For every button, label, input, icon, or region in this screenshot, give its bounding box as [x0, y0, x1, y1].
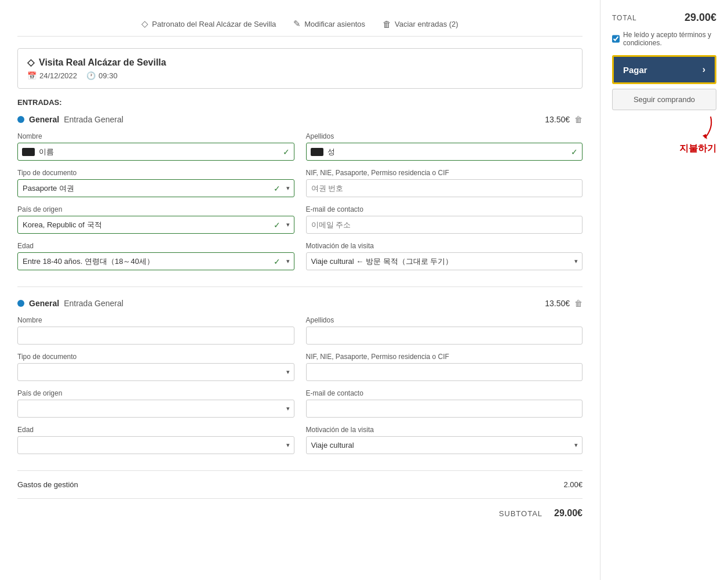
ticket1-apellidos-group: Apellidos ✓	[306, 132, 583, 161]
diamond-icon: ◇	[141, 19, 148, 29]
ticket1-email-wrapper	[306, 216, 583, 234]
ticket1-delete-icon[interactable]: 🗑	[574, 115, 583, 124]
ticket1-nif-wrapper	[306, 179, 583, 197]
calendar-icon: 📅	[27, 71, 37, 80]
trash-nav-icon: 🗑	[383, 19, 391, 29]
ticket1-edad-select[interactable]: Entre 18-40 años. 연령대（18～40세）	[17, 252, 294, 270]
ticket2-apellidos-input[interactable]	[306, 327, 583, 345]
ticket1-edad-group: Edad Entre 18-40 años. 연령대（18～40세） ✓ ▾	[17, 242, 294, 270]
terms-text: He leído y acepto términos y condiciones…	[623, 31, 716, 47]
ticket2-name: General	[29, 299, 59, 308]
ticket1-apellidos-wrapper: ✓	[306, 143, 583, 161]
pagar-chevron-icon: ›	[702, 64, 705, 75]
ticket2-pais-label: País de origen	[17, 389, 294, 397]
ticket1-pais-check: ✓	[274, 220, 281, 230]
pagar-button[interactable]: Pagar ›	[612, 55, 716, 84]
seguir-comprando-button[interactable]: Seguir comprando	[612, 89, 716, 110]
ticket1-nif-input[interactable]	[306, 179, 583, 197]
ticket2-email-label: E-mail de contacto	[306, 389, 583, 397]
ticket1-motivacion-select[interactable]: Viaje cultural ← 방문 목적（그대로 두기）	[306, 252, 583, 270]
ticket2-tipodoc-label: Tipo de documento	[17, 353, 294, 361]
ticket1-form: Nombre ✓ Apellidos ✓	[17, 132, 583, 270]
ticket1-email-input[interactable]	[306, 216, 583, 234]
ticket1-apellidos-label: Apellidos	[306, 132, 583, 140]
top-navigation: ◇ Patronato del Real Alcázar de Sevilla …	[17, 12, 583, 37]
ticket2-nif-input[interactable]	[306, 363, 583, 381]
ticket2-tipodoc-wrapper: ▾	[17, 363, 294, 381]
event-date: 📅 24/12/2022	[27, 71, 77, 80]
ticket2-nif-label: NIF, NIE, Pasaporte, Permiso residencia …	[306, 353, 583, 361]
ticket1-edad-label: Edad	[17, 242, 294, 250]
seguir-label: Seguir comprando	[634, 95, 695, 104]
vaciar-nav-item[interactable]: 🗑 Vaciar entradas (2)	[383, 19, 458, 29]
ticket2-apellidos-group: Apellidos	[306, 316, 583, 345]
event-time-value: 09:30	[99, 71, 118, 80]
ticket1-nombre-label: Nombre	[17, 132, 294, 140]
subtotal-label: SUBTOTAL	[499, 509, 543, 518]
sidebar-total-row: TOTAL 29.00€	[612, 12, 716, 24]
ticket2-tipodoc-select[interactable]	[17, 363, 294, 381]
ticket1-tipodoc-check: ✓	[274, 184, 281, 193]
gastos-value: 2.00€	[563, 480, 583, 489]
event-diamond-icon: ◇	[27, 57, 34, 68]
ticket1-nif-label: NIF, NIE, Pasaporte, Permiso residencia …	[306, 169, 583, 177]
subtotal-value: 29.00€	[554, 508, 583, 519]
patronato-label: Patronato del Real Alcázar de Sevilla	[152, 20, 276, 28]
event-title-row: ◇ Visita Real Alcázar de Sevilla	[27, 57, 573, 68]
ticket1-email-label: E-mail de contacto	[306, 205, 583, 213]
ticket-block-2: General Entrada General 13.50€ 🗑 Nombre	[17, 299, 583, 454]
terms-row: He leído y acepto términos y condiciones…	[612, 31, 716, 47]
ticket2-delete-icon[interactable]: 🗑	[574, 299, 583, 308]
ticket2-subtitle: Entrada General	[64, 299, 123, 308]
ticket1-apellidos-input[interactable]	[306, 143, 583, 161]
pagar-label: Pagar	[623, 65, 647, 75]
annotation-wrapper: 지불하기	[612, 114, 716, 155]
event-date-value: 24/12/2022	[39, 71, 77, 80]
ticket2-edad-select[interactable]	[17, 436, 294, 454]
ticket1-motivacion-group: Motivación de la visita Viaje cultural ←…	[306, 242, 583, 270]
ticket2-pais-select[interactable]	[17, 400, 294, 418]
ticket2-nombre-wrapper	[17, 327, 294, 345]
sidebar-total-value: 29.00€	[685, 12, 716, 24]
vaciar-label: Vaciar entradas (2)	[395, 20, 458, 28]
ticket1-tipodoc-select[interactable]: Pasaporte 여권	[17, 179, 294, 197]
patronato-nav-item[interactable]: ◇ Patronato del Real Alcázar de Sevilla	[141, 19, 276, 29]
ticket2-motivacion-group: Motivación de la visita Viaje cultural ▾	[306, 426, 583, 454]
ticket1-nif-group: NIF, NIE, Pasaporte, Permiso residencia …	[306, 169, 583, 197]
ticket1-apellidos-redact	[311, 148, 323, 156]
ticket1-nombre-group: Nombre ✓	[17, 132, 294, 161]
ticket2-motivacion-select[interactable]: Viaje cultural	[306, 436, 583, 454]
sidebar: TOTAL 29.00€ He leído y acepto términos …	[600, 0, 728, 580]
ticket2-edad-group: Edad ▾	[17, 426, 294, 454]
ticket2-tipodoc-group: Tipo de documento ▾	[17, 353, 294, 381]
ticket2-nombre-input[interactable]	[17, 327, 294, 345]
terms-checkbox[interactable]	[612, 35, 620, 43]
ticket2-email-input[interactable]	[306, 400, 583, 418]
svg-marker-0	[702, 134, 707, 139]
ticket1-motivacion-label: Motivación de la visita	[306, 242, 583, 250]
ticket2-edad-wrapper: ▾	[17, 436, 294, 454]
modificar-nav-item[interactable]: ✎ Modificar asientos	[293, 19, 365, 29]
ticket1-tipodoc-group: Tipo de documento Pasaporte 여권 ✓ ▾	[17, 169, 294, 197]
ticket1-nombre-wrapper: ✓	[17, 143, 294, 161]
ticket2-nif-wrapper	[306, 363, 583, 381]
event-header: ◇ Visita Real Alcázar de Sevilla 📅 24/12…	[17, 48, 583, 89]
ticket1-pais-wrapper: Korea, Republic of 국적 ✓ ▾	[17, 216, 294, 234]
ticket1-tipodoc-wrapper: Pasaporte 여권 ✓ ▾	[17, 179, 294, 197]
ticket2-nombre-label: Nombre	[17, 316, 294, 324]
ticket2-title: General Entrada General	[17, 299, 123, 308]
ticket1-price-row: 13.50€ 🗑	[545, 115, 583, 124]
modificar-label: Modificar asientos	[304, 20, 365, 28]
ticket1-title: General Entrada General	[17, 115, 123, 124]
ticket1-pais-select[interactable]: Korea, Republic of 국적	[17, 216, 294, 234]
clock-icon: 🕐	[86, 71, 96, 80]
ticket1-subtitle: Entrada General	[64, 115, 123, 124]
ticket1-name: General	[29, 115, 59, 124]
ticket2-motivacion-wrapper: Viaje cultural ▾	[306, 436, 583, 454]
ticket2-motivacion-label: Motivación de la visita	[306, 426, 583, 434]
ticket1-email-group: E-mail de contacto	[306, 205, 583, 234]
ticket1-nombre-input[interactable]	[17, 143, 294, 161]
ticket1-header: General Entrada General 13.50€ 🗑	[17, 115, 583, 124]
ticket2-edad-label: Edad	[17, 426, 294, 434]
entradas-section-label: ENTRADAS:	[17, 98, 583, 107]
